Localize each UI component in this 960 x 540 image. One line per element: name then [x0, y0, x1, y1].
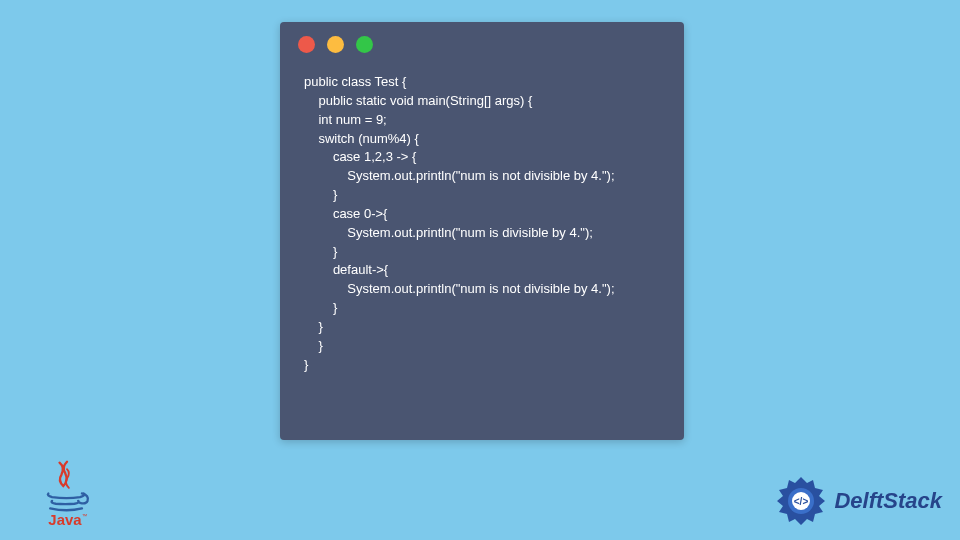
- java-label: Java: [48, 511, 82, 528]
- close-icon: [298, 36, 315, 53]
- code-content: public class Test { public static void m…: [280, 67, 684, 381]
- java-logo-icon: Java ™: [38, 458, 96, 528]
- window-controls: [280, 22, 684, 67]
- delftstack-icon: </>: [774, 474, 828, 528]
- code-window: public class Test { public static void m…: [280, 22, 684, 440]
- svg-text:</>: </>: [794, 496, 809, 507]
- svg-text:™: ™: [82, 513, 88, 519]
- delftstack-logo: </> DelftStack: [774, 474, 942, 528]
- minimize-icon: [327, 36, 344, 53]
- delftstack-label: DelftStack: [834, 488, 942, 514]
- maximize-icon: [356, 36, 373, 53]
